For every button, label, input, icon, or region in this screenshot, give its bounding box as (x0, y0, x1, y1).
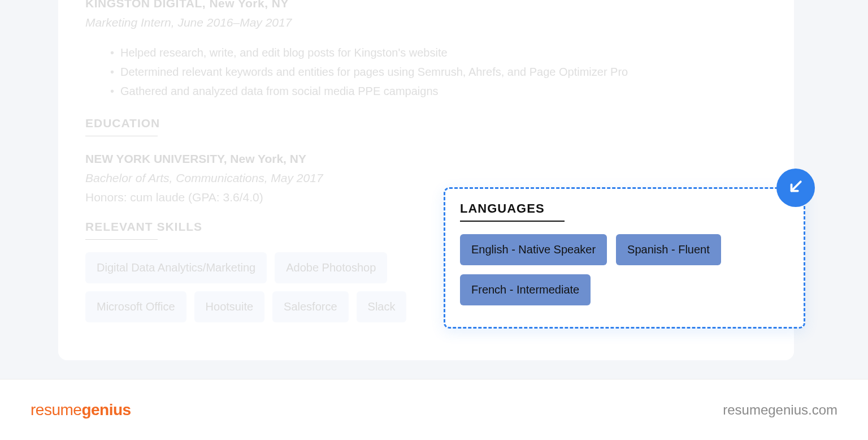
brand-light: resume (31, 401, 81, 419)
skill-chip: Salesforce (272, 291, 349, 322)
skill-chip: Slack (357, 291, 407, 322)
brand-bold: genius (81, 401, 131, 419)
languages-callout: LANGUAGES English - Native Speaker Spani… (444, 187, 805, 329)
languages-row: English - Native Speaker Spanish - Fluen… (460, 234, 789, 305)
brand-logo: resumegenius (31, 401, 131, 419)
experience-company: KINGSTON DIGITAL, New York, NY (85, 0, 767, 10)
experience-role: Marketing Intern, June 2016–May 2017 (85, 16, 767, 29)
experience-bullet: Helped research, write, and edit blog po… (110, 43, 767, 62)
language-chip: French - Intermediate (460, 274, 591, 305)
skill-chip: Hootsuite (194, 291, 265, 322)
language-chip: Spanish - Fluent (616, 234, 721, 265)
experience-bullets: Helped research, write, and edit blog po… (110, 43, 767, 101)
heading-underline (85, 239, 158, 240)
skill-chip: Digital Data Analytics/Marketing (85, 252, 267, 283)
heading-underline (85, 136, 158, 136)
footer: resumegenius resumegenius.com (0, 379, 868, 440)
education-school: NEW YORK UNIVERSITY, New York, NY (85, 152, 767, 166)
skill-chip: Adobe Photoshop (275, 252, 387, 283)
arrow-down-left-icon (787, 178, 804, 197)
page-root: KINGSTON DIGITAL, New York, NY Marketing… (0, 0, 868, 440)
education-heading: EDUCATION (85, 117, 767, 130)
languages-underline (460, 221, 565, 222)
footer-url: resumegenius.com (723, 402, 837, 418)
arrow-badge (776, 169, 815, 207)
language-chip: English - Native Speaker (460, 234, 607, 265)
education-degree: Bachelor of Arts, Communications, May 20… (85, 171, 767, 185)
skill-chip: Microsoft Office (85, 291, 186, 322)
skills-row: Digital Data Analytics/Marketing Adobe P… (85, 252, 436, 322)
languages-heading: LANGUAGES (460, 201, 789, 216)
svg-line-0 (792, 182, 801, 191)
experience-bullet: Determined relevant keywords and entitie… (110, 62, 767, 81)
experience-bullet: Gathered and analyzed data from social m… (110, 81, 767, 101)
